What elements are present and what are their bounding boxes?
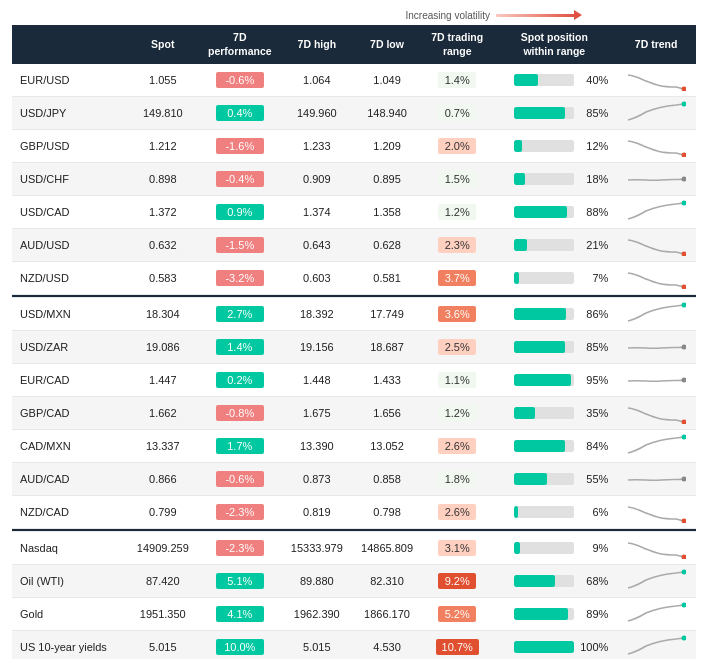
high-cell: 13.390 bbox=[282, 430, 352, 463]
spot-pos-inner: 7% bbox=[496, 272, 612, 284]
spot-bar-fill bbox=[514, 308, 566, 320]
spot-pos-inner: 12% bbox=[496, 140, 612, 152]
range-cell: 1.2% bbox=[422, 397, 492, 430]
spot-pos-cell: 12% bbox=[492, 130, 616, 163]
pair-cell: Gold bbox=[12, 598, 128, 631]
perf-cell: -0.6% bbox=[198, 64, 282, 97]
trend-cell bbox=[616, 430, 696, 463]
spot-pos-cell: 95% bbox=[492, 364, 616, 397]
perf-cell: -2.3% bbox=[198, 496, 282, 529]
spot-pos-cell: 6% bbox=[492, 496, 616, 529]
high-cell: 1.675 bbox=[282, 397, 352, 430]
spot-pos-cell: 88% bbox=[492, 196, 616, 229]
pair-cell: USD/CAD bbox=[12, 196, 128, 229]
spot-pct-label: 100% bbox=[578, 641, 608, 653]
data-table: Spot 7Dperformance 7D high 7D low 7D tra… bbox=[12, 25, 696, 659]
spot-cell: 87.420 bbox=[128, 565, 198, 598]
spot-bar-fill bbox=[514, 575, 555, 587]
spot-pos-cell: 84% bbox=[492, 430, 616, 463]
low-cell: 1.049 bbox=[352, 64, 422, 97]
high-cell: 149.960 bbox=[282, 97, 352, 130]
low-cell: 82.310 bbox=[352, 565, 422, 598]
high-cell: 5.015 bbox=[282, 631, 352, 659]
spot-cell: 5.015 bbox=[128, 631, 198, 659]
spot-cell: 19.086 bbox=[128, 331, 198, 364]
spot-pos-cell: 85% bbox=[492, 97, 616, 130]
trend-cell bbox=[616, 598, 696, 631]
low-cell: 0.798 bbox=[352, 496, 422, 529]
spot-bar-fill bbox=[514, 341, 565, 353]
range-cell: 1.2% bbox=[422, 196, 492, 229]
spot-pct-label: 85% bbox=[578, 107, 608, 119]
spot-pos-cell: 85% bbox=[492, 331, 616, 364]
spot-bar-fill bbox=[514, 407, 535, 419]
spot-pos-cell: 40% bbox=[492, 64, 616, 97]
spot-pct-label: 86% bbox=[578, 308, 608, 320]
table-row: GBP/USD1.212-1.6%1.2331.2092.0%12% bbox=[12, 130, 696, 163]
svg-point-4 bbox=[682, 201, 687, 206]
spot-pct-label: 6% bbox=[578, 506, 608, 518]
spot-pos-inner: 35% bbox=[496, 407, 612, 419]
spot-bar-container bbox=[514, 608, 574, 620]
spot-bar-fill bbox=[514, 374, 571, 386]
spot-bar-fill bbox=[514, 206, 567, 218]
spot-pos-cell: 35% bbox=[492, 397, 616, 430]
col-7d-trend: 7D trend bbox=[616, 25, 696, 64]
spot-bar-container bbox=[514, 542, 574, 554]
low-cell: 13.052 bbox=[352, 430, 422, 463]
svg-point-10 bbox=[682, 420, 687, 425]
spot-pos-cell: 18% bbox=[492, 163, 616, 196]
spot-bar-container bbox=[514, 272, 574, 284]
spot-pct-label: 35% bbox=[578, 407, 608, 419]
low-cell: 0.895 bbox=[352, 163, 422, 196]
arrow-line bbox=[496, 14, 576, 17]
svg-point-8 bbox=[682, 345, 687, 350]
perf-cell: -2.3% bbox=[198, 532, 282, 565]
pair-cell: NZD/USD bbox=[12, 262, 128, 295]
range-cell: 9.2% bbox=[422, 565, 492, 598]
pair-cell: USD/ZAR bbox=[12, 331, 128, 364]
spot-pct-label: 89% bbox=[578, 608, 608, 620]
trend-cell bbox=[616, 463, 696, 496]
spot-bar-fill bbox=[514, 440, 564, 452]
spot-pos-inner: 40% bbox=[496, 74, 612, 86]
svg-point-0 bbox=[682, 87, 687, 92]
spot-cell: 0.799 bbox=[128, 496, 198, 529]
low-cell: 14865.809 bbox=[352, 532, 422, 565]
spot-bar-container bbox=[514, 575, 574, 587]
spot-pos-inner: 85% bbox=[496, 107, 612, 119]
perf-cell: 4.1% bbox=[198, 598, 282, 631]
spot-pos-inner: 68% bbox=[496, 575, 612, 587]
range-cell: 1.5% bbox=[422, 163, 492, 196]
table-row: CAD/MXN13.3371.7%13.39013.0522.6%84% bbox=[12, 430, 696, 463]
range-cell: 1.8% bbox=[422, 463, 492, 496]
spot-pos-inner: 86% bbox=[496, 308, 612, 320]
spot-cell: 13.337 bbox=[128, 430, 198, 463]
table-row: USD/CAD1.3720.9%1.3741.3581.2%88% bbox=[12, 196, 696, 229]
spot-pct-label: 40% bbox=[578, 74, 608, 86]
trend-cell bbox=[616, 397, 696, 430]
spot-cell: 0.583 bbox=[128, 262, 198, 295]
svg-point-16 bbox=[682, 603, 687, 608]
perf-cell: 0.4% bbox=[198, 97, 282, 130]
spot-pct-label: 68% bbox=[578, 575, 608, 587]
table-row: AUD/CAD0.866-0.6%0.8730.8581.8%55% bbox=[12, 463, 696, 496]
range-cell: 1.1% bbox=[422, 364, 492, 397]
spot-cell: 0.866 bbox=[128, 463, 198, 496]
high-cell: 89.880 bbox=[282, 565, 352, 598]
low-cell: 0.628 bbox=[352, 229, 422, 262]
spot-pos-cell: 21% bbox=[492, 229, 616, 262]
svg-point-9 bbox=[682, 378, 687, 383]
perf-cell: 0.9% bbox=[198, 196, 282, 229]
high-cell: 15333.979 bbox=[282, 532, 352, 565]
spot-cell: 0.898 bbox=[128, 163, 198, 196]
col-7d-perf: 7Dperformance bbox=[198, 25, 282, 64]
spot-pos-cell: 9% bbox=[492, 532, 616, 565]
perf-cell: -0.4% bbox=[198, 163, 282, 196]
spot-bar-container bbox=[514, 374, 574, 386]
range-cell: 3.6% bbox=[422, 298, 492, 331]
spot-bar-fill bbox=[514, 272, 518, 284]
perf-cell: -1.5% bbox=[198, 229, 282, 262]
table-row: EUR/CAD1.4470.2%1.4481.4331.1%95% bbox=[12, 364, 696, 397]
spot-pct-label: 55% bbox=[578, 473, 608, 485]
